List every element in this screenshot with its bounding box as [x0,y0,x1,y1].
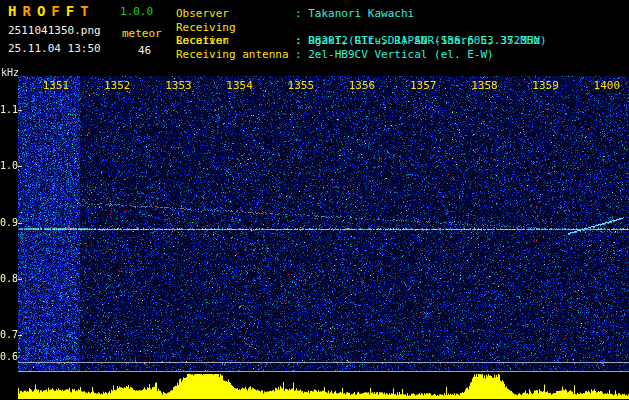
hrofft-screen: HROFFT 1.0.0 2511041350.png meteor 25.11… [0,0,629,400]
app-title-letter: T [80,3,94,19]
time-axis-label: 1353 [162,80,194,91]
freq-axis-tick [18,166,22,167]
signal-level-canvas [18,372,629,399]
app-title-letter: F [66,3,80,19]
freq-axis-tick [18,110,22,111]
app-title-letter: O [37,3,51,19]
freq-axis-tick [18,335,22,336]
time-axis-label: 1359 [530,80,562,91]
info-value: : R820T2(RTL-SDR) SDR-Sharp 53.372MHz [295,34,540,47]
signal-strip-divider [18,371,629,372]
freq-axis-label: 0.7 [0,330,16,340]
freq-axis-tick [18,279,22,280]
app-version: 1.0.0 [120,6,153,17]
app-title-letter: F [51,3,65,19]
time-axis-label: 1354 [224,80,256,91]
freq-axis-label: 1.0 [0,161,16,171]
info-row-receiver: Receiver: R820T2(RTL-SDR) SDR-Sharp 53.3… [176,34,547,48]
freq-unit-label: kHz [1,68,19,78]
time-axis-label: 1351 [40,80,72,91]
info-value: : Takanori Kawachi [295,7,414,20]
app-title-letter: H [8,3,22,19]
datetime-label: 25.11.04 13:50 [8,43,101,54]
freq-axis-label: 0.6 [0,352,16,362]
app-title-letter: R [22,3,36,19]
freq-axis-tick [18,223,22,224]
gridline-0-6 [18,362,629,363]
time-axis-label: 1400 [591,80,623,91]
meteor-count: 46 [138,45,151,56]
output-filename: 2511041350.png [8,25,101,36]
info-row-location: Receiving Location: Ogaki, Gifu, JAPAN (… [176,21,547,35]
info-label: Observer [176,7,295,20]
mode-label: meteor [122,28,162,39]
freq-axis-label: 0.9 [0,218,16,228]
info-row-antenna: Receiving antenna: 2el-HB9CV Vertical (e… [176,48,547,62]
info-label: Receiving antenna [176,48,295,61]
app-title: HROFFT [8,4,95,18]
freq-axis-label: 1.1 [0,105,16,115]
spectrogram-canvas [18,76,629,372]
time-axis-label: 1356 [346,80,378,91]
time-axis-label: 1357 [407,80,439,91]
station-info: Observer: Takanori Kawachi Receiving Loc… [176,7,547,61]
time-axis-label: 1358 [468,80,500,91]
time-axis-label: 1355 [285,80,317,91]
time-axis-label: 1352 [101,80,133,91]
info-label: Receiver [176,34,295,47]
info-value: : 2el-HB9CV Vertical (el. E-W) [295,48,494,61]
info-row-observer: Observer: Takanori Kawachi [176,7,547,21]
freq-axis-label: 0.8 [0,274,16,284]
